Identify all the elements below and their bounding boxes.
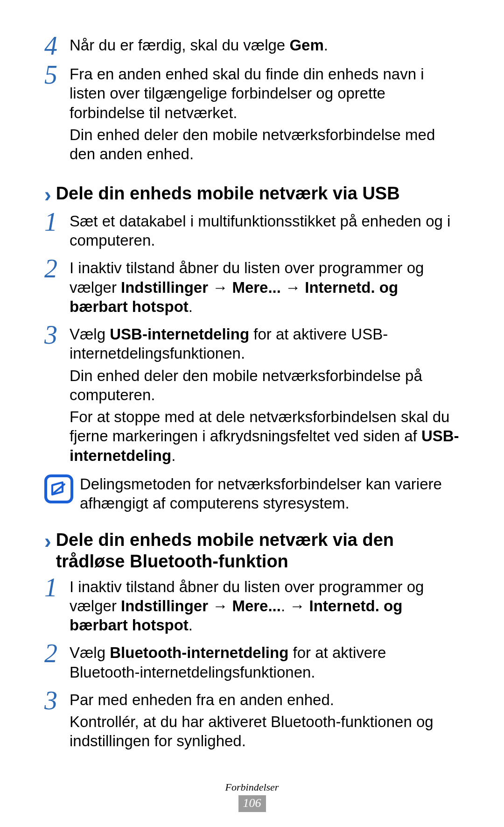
section-title: Dele din enheds mobile netværk via den t… [56,530,460,572]
step: 3Vælg USB-internetdeling for at aktivere… [44,322,460,468]
step-paragraph: Din enhed deler den mobile netværksforbi… [70,125,460,164]
chevron-icon: › [44,183,51,207]
step-body: I inaktiv tilstand åbner du listen over … [70,574,460,638]
step-body: Fra en anden enhed skal du finde din enh… [70,62,460,166]
step-paragraph: Sæt et datakabel i multifunktionsstikket… [70,212,460,250]
info-note: Delingsmetoden for netværksforbindelser … [44,472,460,513]
step-number: 5 [44,62,67,88]
step-paragraph: Når du er færdig, skal du vælge Gem. [70,35,460,55]
note-text: Delingsmetoden for netværksforbindelser … [80,472,460,513]
step-body: Når du er færdig, skal du vælge Gem. [70,33,460,57]
step-number: 1 [44,574,67,601]
step-body: Sæt et datakabel i multifunktionsstikket… [70,209,460,253]
step-number: 3 [44,687,67,714]
step: 1Sæt et datakabel i multifunktionsstikke… [44,209,460,253]
step: 3Par med enheden fra en anden enhed.Kont… [44,687,460,754]
step-paragraph: I inaktiv tilstand åbner du listen over … [70,258,460,316]
step-paragraph: Vælg Bluetooth-internetdeling for at akt… [70,643,460,682]
top-step-list: 4Når du er færdig, skal du vælge Gem.5Fr… [44,33,460,166]
step: 2I inaktiv tilstand åbner du listen over… [44,255,460,319]
step-paragraph: Fra en anden enhed skal du finde din enh… [70,64,460,122]
step-paragraph: I inaktiv tilstand åbner du listen over … [70,577,460,635]
step-body: Par med enheden fra en anden enhed.Kontr… [70,687,460,754]
section-title: Dele din enheds mobile netværk via USB [56,183,460,205]
step-body: Vælg USB-internetdeling for at aktivere … [70,322,460,468]
step: 1I inaktiv tilstand åbner du listen over… [44,574,460,638]
step-number: 2 [44,640,67,666]
footer-section-name: Forbindelser [0,781,504,793]
step-paragraph: Kontrollér, at du har aktiveret Bluetoot… [70,712,460,751]
section-heading-usb: › Dele din enheds mobile netværk via USB [44,183,460,207]
footer-page-number: 106 [238,795,266,812]
page-footer: Forbindelser 106 [0,781,504,812]
step-number: 1 [44,209,67,235]
note-icon [44,474,73,503]
step-number: 2 [44,255,67,282]
page: 4Når du er færdig, skal du vælge Gem.5Fr… [0,0,504,827]
step: 2Vælg Bluetooth-internetdeling for at ak… [44,640,460,685]
step-paragraph: Din enhed deler den mobile netværksforbi… [70,366,460,405]
step-number: 3 [44,322,67,348]
step: 5Fra en anden enhed skal du finde din en… [44,62,460,166]
step-paragraph: Vælg USB-internetdeling for at aktivere … [70,325,460,363]
step-number: 4 [44,33,67,59]
chevron-icon: › [44,530,51,553]
step-body: Vælg Bluetooth-internetdeling for at akt… [70,640,460,685]
section2-step-list: 1I inaktiv tilstand åbner du listen over… [44,574,460,754]
step-paragraph: For at stoppe med at dele netværksforbin… [70,407,460,465]
step: 4Når du er færdig, skal du vælge Gem. [44,33,460,59]
section1-step-list: 1Sæt et datakabel i multifunktionsstikke… [44,209,460,468]
section-heading-bluetooth: › Dele din enheds mobile netværk via den… [44,530,460,572]
step-body: I inaktiv tilstand åbner du listen over … [70,255,460,319]
step-paragraph: Par med enheden fra en anden enhed. [70,690,460,709]
